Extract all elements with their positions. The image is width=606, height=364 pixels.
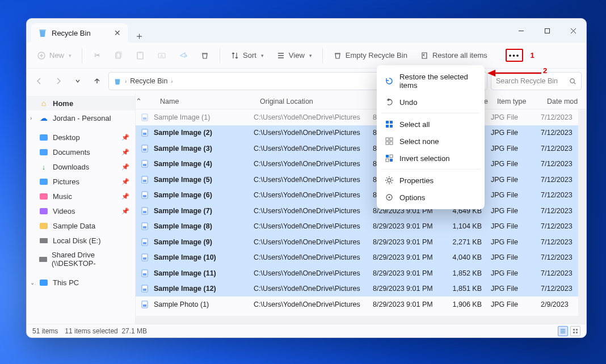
file-icon: [140, 113, 149, 122]
delete-button[interactable]: [196, 49, 214, 62]
share-button[interactable]: [174, 49, 192, 62]
sidebar-item[interactable]: Music📌: [27, 189, 135, 204]
column-item-type[interactable]: Item type: [493, 98, 542, 105]
file-row[interactable]: Sample Image (5)C:\Users\Yodel\OneDrive\…: [136, 172, 586, 188]
sidebar-item[interactable]: Shared Drive (\\DESKTOP-: [27, 248, 135, 270]
file-item-type: JPG File: [486, 176, 536, 184]
sidebar-item[interactable]: Pictures📌: [27, 174, 135, 189]
column-original-location[interactable]: Original Location: [255, 98, 374, 105]
file-icon: [140, 284, 149, 293]
sidebar-this-pc[interactable]: ⌄ This PC: [27, 275, 135, 290]
menu-options[interactable]: Options: [377, 189, 485, 206]
tab-recycle-bin[interactable]: Recycle Bin ✕: [31, 23, 128, 43]
file-row[interactable]: Sample Image (6)C:\Users\Yodel\OneDrive\…: [136, 188, 586, 204]
menu-select-none-label: Select none: [399, 137, 439, 146]
cut-button[interactable]: ✂: [88, 49, 106, 62]
svg-rect-34: [143, 211, 146, 213]
paste-button[interactable]: [131, 49, 149, 62]
sidebar-item[interactable]: Documents📌: [27, 145, 135, 159]
status-item-count: 51 items: [32, 327, 58, 335]
chevron-down-icon: ▾: [309, 53, 312, 58]
close-window-button[interactable]: [560, 19, 586, 43]
title-bar: Recycle Bin ✕ ＋: [27, 19, 586, 43]
file-row[interactable]: Sample Image (12)C:\Users\Yodel\OneDrive…: [136, 281, 586, 297]
nav-forward-button[interactable]: [51, 73, 66, 89]
vertical-scrollbar[interactable]: [578, 109, 586, 316]
file-name: Sample Image (1): [154, 113, 210, 121]
menu-undo[interactable]: Undo: [377, 94, 485, 111]
svg-rect-60: [386, 138, 389, 141]
maximize-button[interactable]: [534, 19, 560, 43]
thumbnails-view-toggle[interactable]: [570, 326, 580, 336]
nav-back-button[interactable]: [31, 73, 47, 89]
file-row[interactable]: Sample Image (8)C:\Users\Yodel\OneDrive\…: [136, 219, 586, 235]
window-controls: [508, 19, 586, 43]
file-row[interactable]: Sample Image (11)C:\Users\Yodel\OneDrive…: [136, 265, 586, 281]
sidebar-home[interactable]: ⌂ Home: [27, 96, 135, 111]
expander-icon[interactable]: ⌄: [30, 280, 35, 286]
new-button[interactable]: New ▾: [32, 49, 76, 62]
sidebar-item-label: Videos: [53, 207, 75, 215]
file-rows[interactable]: Sample Image (1)C:\Users\Yodel\OneDrive\…: [136, 109, 586, 324]
copy-button[interactable]: [110, 49, 128, 62]
svg-point-70: [389, 197, 390, 198]
nav-up-button[interactable]: [89, 73, 105, 89]
menu-options-label: Options: [399, 193, 425, 202]
new-tab-button[interactable]: ＋: [131, 29, 147, 43]
file-original-location: C:\Users\Yodel\OneDrive\Pictures: [249, 238, 368, 246]
sidebar-item[interactable]: Sample Data: [27, 218, 135, 233]
file-row[interactable]: Sample Image (1)C:\Users\Yodel\OneDrive\…: [136, 109, 586, 125]
breadcrumb-item[interactable]: Recycle Bin: [130, 77, 167, 85]
nav-row: › Recycle Bin › Search Recycle Bin: [27, 69, 586, 94]
details-view-toggle[interactable]: [558, 326, 568, 336]
sidebar-item[interactable]: Local Disk (E:): [27, 233, 135, 248]
folder-icon: [39, 192, 48, 201]
file-icon: [140, 191, 149, 200]
explorer-window: Recycle Bin ✕ ＋ New ▾ ✂ A: [26, 18, 587, 338]
menu-invert-selection[interactable]: Invert selection: [377, 150, 485, 167]
file-size: 1,852 KB: [442, 269, 486, 277]
file-icon: [140, 159, 149, 168]
empty-recycle-bin-button[interactable]: Empty Recycle Bin: [329, 49, 412, 62]
svg-rect-53: [576, 329, 578, 331]
menu-select-none[interactable]: Select none: [377, 133, 485, 150]
file-name: Sample Image (12): [154, 285, 216, 293]
file-row[interactable]: Sample Image (7)C:\Users\Yodel\OneDrive\…: [136, 203, 586, 219]
file-row[interactable]: Sample Image (9)C:\Users\Yodel\OneDrive\…: [136, 234, 586, 250]
view-button[interactable]: View ▾: [272, 49, 317, 62]
tab-close-button[interactable]: ✕: [114, 29, 121, 37]
search-input[interactable]: Search Recycle Bin: [491, 72, 582, 90]
menu-restore-selected[interactable]: Restore the selected items: [377, 69, 485, 94]
column-name[interactable]: Name: [142, 98, 255, 105]
file-icon: [140, 222, 149, 231]
menu-properties[interactable]: Properties: [377, 172, 485, 189]
more-button[interactable]: •••: [506, 49, 524, 62]
sidebar-onedrive[interactable]: › ☁ Jordan - Personal: [27, 111, 135, 125]
sidebar-item[interactable]: ↓Downloads📌: [27, 159, 135, 174]
sidebar-item[interactable]: Desktop📌: [27, 130, 135, 145]
file-row[interactable]: Sample Image (4)C:\Users\Yodel\OneDrive\…: [136, 156, 586, 172]
column-date-modified[interactable]: Date mod: [542, 98, 586, 105]
file-row[interactable]: Sample Photo (1)C:\Users\Yodel\OneDrive\…: [136, 297, 586, 312]
svg-rect-36: [143, 226, 146, 228]
file-row[interactable]: Sample Image (3)C:\Users\Yodel\OneDrive\…: [136, 141, 586, 156]
minimize-button[interactable]: [508, 19, 534, 43]
horizontal-scrollbar[interactable]: [136, 316, 586, 324]
pin-icon: 📌: [121, 163, 129, 171]
nav-recent-button[interactable]: [70, 73, 86, 89]
menu-restore-selected-label: Restore the selected items: [399, 73, 477, 90]
rename-button[interactable]: A: [153, 49, 171, 62]
svg-rect-66: [386, 159, 389, 162]
restore-all-button[interactable]: Restore all items: [415, 49, 492, 62]
file-row[interactable]: Sample Image (10)C:\Users\Yodel\OneDrive…: [136, 250, 586, 266]
sort-button[interactable]: Sort ▾: [226, 49, 268, 62]
empty-label: Empty Recycle Bin: [346, 51, 407, 60]
select-all-icon: [385, 120, 394, 129]
menu-select-all[interactable]: Select all: [377, 116, 485, 133]
expander-icon[interactable]: ›: [30, 115, 32, 121]
more-icon: •••: [509, 51, 520, 60]
file-row[interactable]: Sample Image (2)C:\Users\Yodel\OneDrive\…: [136, 125, 586, 141]
sidebar-item-label: Sample Data: [53, 222, 95, 230]
sidebar-item[interactable]: Videos📌: [27, 204, 135, 218]
cut-icon: ✂: [92, 51, 102, 60]
